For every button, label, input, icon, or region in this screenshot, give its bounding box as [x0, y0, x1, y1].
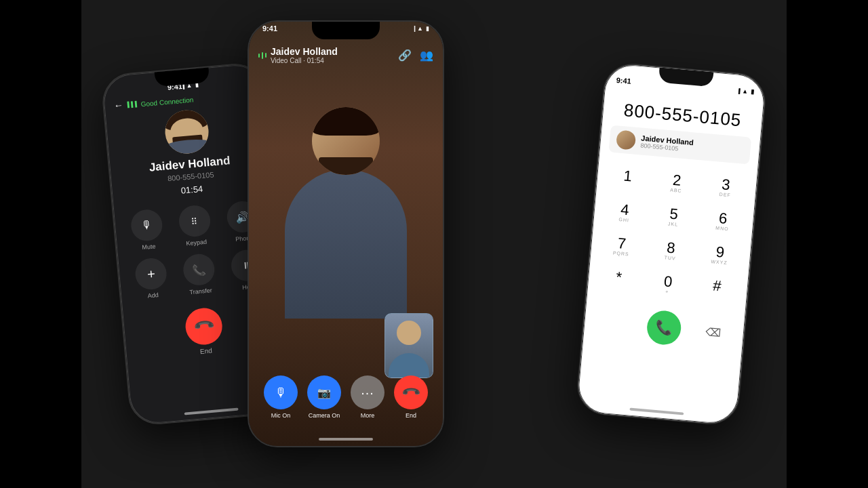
- self-view-video: [384, 313, 433, 378]
- key-5-sub: JKL: [667, 221, 678, 228]
- dial-call-icon: 📞: [655, 319, 673, 336]
- participants-icon[interactable]: 👥: [420, 49, 433, 62]
- wave-bar-1: [258, 54, 260, 58]
- contact-avatar-left: [163, 108, 210, 155]
- key-7-main: 7: [617, 236, 627, 251]
- mic-icon: 🎙: [141, 219, 153, 232]
- battery-icon-right: ▮: [751, 88, 755, 95]
- key-7[interactable]: 7PQRS: [596, 229, 647, 266]
- video-body: [285, 169, 407, 319]
- side-bar-right: [787, 0, 868, 488]
- video-call-screen: Jaidev Holland Video Call · 01:54 🔗 👥 9:…: [249, 22, 443, 446]
- more-circle[interactable]: ···: [351, 375, 384, 409]
- back-arrow-icon[interactable]: ←: [113, 100, 123, 111]
- end-video-icon: 📞: [400, 382, 421, 403]
- end-button-area: 📞 End: [184, 306, 224, 356]
- transfer-icon: 📞: [192, 263, 207, 277]
- backspace-icon: ⌫: [705, 325, 722, 339]
- mic-on-icon: 🎙: [275, 386, 287, 400]
- add-button[interactable]: + Add: [132, 257, 172, 301]
- side-bar-left: [0, 0, 81, 488]
- key-1-main: 1: [623, 169, 633, 184]
- wave-bar-2: [262, 52, 263, 59]
- end-call-icon: 📞: [192, 314, 215, 338]
- key-3[interactable]: 3DEF: [701, 170, 751, 207]
- end-video-circle[interactable]: 📞: [394, 375, 428, 409]
- caller-avatar-small: [616, 129, 636, 150]
- end-label: End: [199, 347, 212, 356]
- video-hair: [312, 107, 380, 136]
- key-9-sub: WXYZ: [711, 259, 728, 267]
- connection-status: ▌▌▌ Good Connection: [127, 94, 194, 108]
- end-video-label: End: [406, 412, 416, 419]
- link-icon[interactable]: 🔗: [398, 49, 412, 62]
- wifi-icon-center: ▲: [417, 25, 423, 32]
- keypad-grid: 1 2ABC 3DEF 4GHI 5JKL 6MNO 7PQRS 8TUV 9W…: [593, 161, 751, 308]
- self-view-body: [389, 353, 429, 378]
- add-label: Add: [147, 291, 159, 299]
- key-hash-main: #: [712, 279, 722, 294]
- mic-on-circle[interactable]: 🎙: [264, 375, 298, 409]
- video-beard: [319, 157, 373, 175]
- transfer-label: Transfer: [189, 287, 212, 296]
- end-video-button[interactable]: 📞 End: [394, 375, 428, 419]
- key-4[interactable]: 4GHI: [599, 195, 650, 232]
- transfer-button[interactable]: 📞 Transfer: [179, 253, 220, 297]
- key-6-sub: MNO: [715, 226, 729, 234]
- camera-on-button[interactable]: 📷 Camera On: [307, 375, 341, 419]
- key-6[interactable]: 6MNO: [697, 203, 748, 240]
- mute-circle[interactable]: 🎙: [130, 208, 164, 242]
- signal-icon-right: |||: [738, 87, 739, 94]
- camera-on-circle[interactable]: 📷: [307, 375, 341, 409]
- video-caller-block: Jaidev Holland Video Call · 01:54: [258, 46, 338, 64]
- key-4-sub: GHI: [618, 217, 629, 224]
- call-timer-left: 01:54: [180, 184, 203, 196]
- video-call-type: Video Call: [271, 57, 301, 64]
- mute-label: Mute: [142, 243, 156, 251]
- key-0[interactable]: 0+: [642, 267, 693, 304]
- key-hash[interactable]: #: [692, 271, 743, 308]
- keypad-label: Keypad: [186, 239, 207, 247]
- key-9-main: 9: [715, 245, 725, 260]
- key-5[interactable]: 5JKL: [648, 199, 699, 236]
- wifi-icon-right: ▲: [742, 87, 749, 95]
- key-6-main: 6: [718, 211, 728, 226]
- key-star[interactable]: *: [593, 262, 644, 299]
- camera-on-label: Camera On: [309, 412, 340, 419]
- key-2[interactable]: 2ABC: [651, 165, 702, 202]
- signal-icon-center: |||: [414, 25, 414, 32]
- status-bar-center: 9:41 ||| ▲ ▮: [249, 24, 443, 33]
- video-caller-name: Jaidev Holland: [271, 46, 338, 57]
- dialer-screen: 9:41 ||| ▲ ▮ 800-555-0105 Jaidev Holland…: [576, 63, 766, 426]
- keypad-circle[interactable]: ⠿: [178, 204, 212, 238]
- key-hash-sub: [716, 293, 717, 300]
- home-indicator-center: [319, 438, 373, 441]
- dial-call-button[interactable]: 📞: [646, 309, 682, 346]
- key-0-main: 0: [663, 274, 673, 289]
- keypad-button[interactable]: ⠿ Keypad: [175, 204, 216, 248]
- mic-on-label: Mic On: [271, 412, 291, 419]
- phone-right: 9:41 ||| ▲ ▮ 800-555-0105 Jaidev Holland…: [575, 62, 768, 427]
- mic-on-button[interactable]: 🎙 Mic On: [264, 375, 298, 419]
- more-button[interactable]: ··· More: [351, 375, 384, 419]
- mute-button[interactable]: 🎙 Mute: [127, 208, 167, 252]
- key-1-sub: [627, 184, 627, 190]
- contact-name-left: Jaidev Holland: [149, 154, 231, 174]
- key-8-main: 8: [666, 240, 675, 256]
- spacer-left: [601, 310, 628, 337]
- key-9[interactable]: 9WXYZ: [694, 237, 745, 274]
- status-icons-right: ||| ▲ ▮: [738, 87, 754, 96]
- key-7-sub: PQRS: [612, 251, 629, 259]
- transfer-circle[interactable]: 📞: [182, 253, 216, 287]
- caller-suggestion: Jaidev Holland 800-555-0105: [608, 125, 751, 165]
- end-call-button[interactable]: 📞: [184, 306, 224, 346]
- key-1[interactable]: 1: [602, 161, 653, 198]
- key-star-main: *: [616, 270, 623, 285]
- video-controls: 🎙 Mic On 📷 Camera On ··· More: [249, 375, 443, 432]
- backspace-button[interactable]: ⌫: [700, 319, 726, 345]
- more-icon: ···: [361, 385, 374, 401]
- phones-container: 9:41 ||| ▲ ▮ ← ▌▌▌ Good Connection: [81, 0, 787, 488]
- time-center: 9:41: [262, 24, 277, 33]
- add-circle[interactable]: +: [134, 257, 168, 291]
- key-8[interactable]: 8TUV: [646, 233, 696, 270]
